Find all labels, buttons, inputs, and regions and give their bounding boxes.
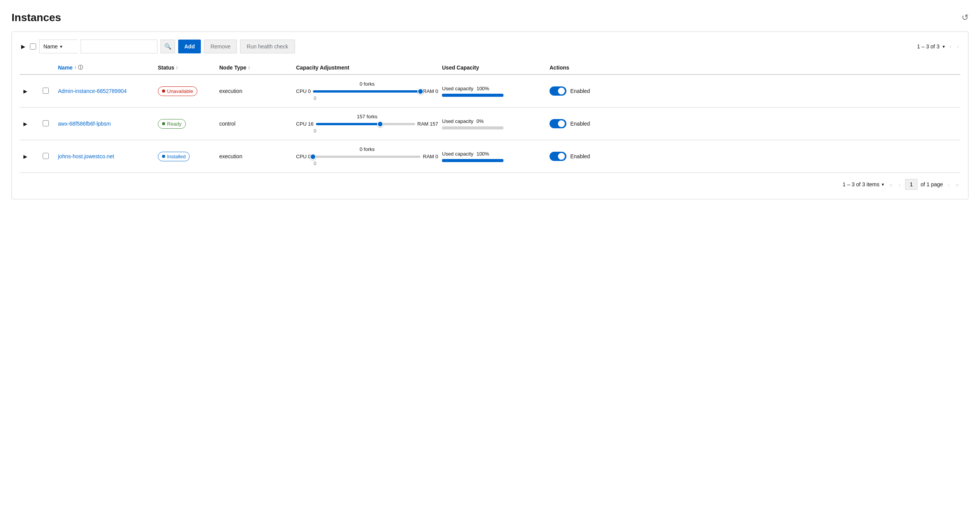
filter-chevron-down-icon: ▼ bbox=[59, 45, 63, 49]
used-cap-pct-0: 100% bbox=[477, 86, 489, 91]
remove-button[interactable]: Remove bbox=[204, 40, 237, 53]
used-cap-label-2: Used capacity bbox=[442, 151, 473, 157]
row-checkbox-1[interactable] bbox=[43, 120, 49, 126]
col-name-help-icon[interactable]: ⓘ bbox=[78, 64, 83, 71]
capacity-col-2: 0 forks CPU 0 RAM 0 0 bbox=[296, 146, 442, 166]
node-type-1: control bbox=[219, 121, 235, 127]
slider-fill-1 bbox=[316, 123, 381, 125]
used-cap-row-0: Used capacity 100% bbox=[442, 86, 550, 91]
toggle-1[interactable] bbox=[550, 119, 566, 128]
used-cap-label-1: Used capacity bbox=[442, 118, 473, 124]
actions-col-1: Enabled bbox=[550, 119, 596, 128]
status-badge-0: Unavailable bbox=[158, 86, 197, 96]
next-page-button[interactable]: › bbox=[955, 42, 960, 51]
row-expand-chevron-2[interactable]: ▶ bbox=[20, 154, 43, 159]
ram-label-2: RAM 0 bbox=[423, 154, 438, 159]
slider-value-row-2: 0 bbox=[296, 161, 438, 166]
used-cap-pct-1: 0% bbox=[477, 118, 484, 124]
toggle-2[interactable] bbox=[550, 152, 566, 161]
status-dot-1 bbox=[162, 122, 165, 125]
status-label-2: Installed bbox=[167, 154, 185, 159]
search-button[interactable]: 🔍 bbox=[161, 40, 175, 53]
row-expand-chevron-1[interactable]: ▶ bbox=[20, 121, 43, 127]
slider-track-1[interactable] bbox=[316, 123, 415, 125]
slider-value-row-0: 0 bbox=[296, 96, 438, 101]
capacity-col-1: 157 forks CPU 16 RAM 157 0 bbox=[296, 114, 442, 134]
slider-track-0[interactable] bbox=[313, 90, 420, 93]
slider-value-1: 0 bbox=[314, 128, 316, 134]
col-capacity-adj-label: Capacity Adjustment bbox=[296, 65, 349, 71]
col-status-label: Status bbox=[158, 65, 174, 71]
col-name-sort-icon[interactable]: ↑ bbox=[74, 65, 76, 70]
instance-name-2[interactable]: johns-host.jowestco.net bbox=[58, 153, 114, 159]
footer-page-label: of 1 page bbox=[920, 181, 943, 187]
history-icon[interactable]: ↺ bbox=[962, 13, 968, 23]
slider-thumb-2[interactable] bbox=[310, 154, 316, 160]
search-icon: 🔍 bbox=[164, 43, 172, 50]
col-node-type-label: Node Type bbox=[219, 65, 247, 71]
col-used-cap-label: Used Capacity bbox=[442, 65, 479, 71]
toggle-slider-0 bbox=[550, 86, 566, 96]
status-dot-2 bbox=[162, 155, 165, 158]
used-cap-col-2: Used capacity 100% bbox=[442, 151, 550, 162]
footer-next-page-button[interactable]: › bbox=[946, 181, 951, 189]
row-checkbox-0[interactable] bbox=[43, 88, 49, 94]
expand-all-chevron[interactable]: ▶ bbox=[20, 42, 27, 51]
used-cap-row-1: Used capacity 0% bbox=[442, 118, 550, 124]
footer-prev-page-button[interactable]: ‹ bbox=[897, 181, 902, 189]
cap-bar-track-0 bbox=[442, 94, 503, 97]
footer-first-page-button[interactable]: « bbox=[888, 181, 894, 189]
page-title: Instances bbox=[12, 12, 61, 24]
col-header-node-type[interactable]: Node Type ↕ bbox=[219, 64, 296, 71]
status-badge-2: Installed bbox=[158, 152, 190, 161]
ram-label-1: RAM 157 bbox=[417, 121, 438, 127]
cpu-label-2: CPU 0 bbox=[296, 154, 311, 159]
used-cap-pct-2: 100% bbox=[477, 151, 489, 157]
filter-select-label: Name bbox=[43, 43, 58, 50]
node-type-0: execution bbox=[219, 88, 242, 94]
forks-label-0: 0 forks bbox=[296, 81, 438, 87]
table-row: ▶ Admin-instance-6852789904 Unavailable … bbox=[20, 75, 960, 108]
add-button[interactable]: Add bbox=[178, 40, 201, 53]
forks-label-1: 157 forks bbox=[296, 114, 438, 119]
toolbar: ▶ Name ▼ 🔍 Add Remove Run health check 1… bbox=[20, 40, 960, 53]
enabled-label-1: Enabled bbox=[570, 121, 590, 127]
footer-items-dropdown-icon[interactable]: ▼ bbox=[881, 182, 885, 187]
table-header: Name ↑ ⓘ Status ↕ Node Type ↕ Capacity A… bbox=[20, 61, 960, 75]
footer-page-input[interactable] bbox=[905, 179, 917, 190]
enabled-label-0: Enabled bbox=[570, 88, 590, 94]
col-header-status[interactable]: Status ↕ bbox=[158, 64, 219, 71]
cpu-label-1: CPU 16 bbox=[296, 121, 314, 127]
slider-thumb-1[interactable] bbox=[377, 121, 383, 127]
col-name-label: Name bbox=[58, 65, 73, 71]
prev-page-button[interactable]: ‹ bbox=[948, 42, 953, 51]
toggle-0[interactable] bbox=[550, 86, 566, 96]
select-all-checkbox[interactable] bbox=[30, 43, 36, 50]
table-body: ▶ Admin-instance-6852789904 Unavailable … bbox=[20, 75, 960, 173]
forks-label-2: 0 forks bbox=[296, 146, 438, 152]
run-health-check-button[interactable]: Run health check bbox=[240, 40, 295, 53]
instance-name-0[interactable]: Admin-instance-6852789904 bbox=[58, 88, 127, 94]
col-actions-label: Actions bbox=[550, 65, 569, 71]
status-dot-0 bbox=[162, 89, 165, 93]
slider-thumb-0[interactable] bbox=[417, 88, 424, 94]
search-input[interactable] bbox=[81, 40, 157, 53]
instance-name-1[interactable]: awx-68f586fb6f-lpbsm bbox=[58, 121, 111, 127]
col-status-sort-icon[interactable]: ↕ bbox=[176, 65, 178, 70]
capacity-col-0: 0 forks CPU 0 RAM 0 0 bbox=[296, 81, 442, 101]
filter-select[interactable]: Name ▼ bbox=[39, 40, 78, 53]
col-node-type-sort-icon[interactable]: ↕ bbox=[248, 65, 250, 70]
cpu-label-0: CPU 0 bbox=[296, 88, 311, 94]
slider-track-2[interactable] bbox=[313, 156, 420, 158]
node-type-2: execution bbox=[219, 153, 242, 159]
row-expand-chevron-0[interactable]: ▶ bbox=[20, 88, 43, 94]
footer-last-page-button[interactable]: » bbox=[954, 181, 960, 189]
toggle-slider-1 bbox=[550, 119, 566, 128]
status-label-0: Unavailable bbox=[167, 88, 193, 94]
footer-count: 1 – 3 of 3 items ▼ bbox=[843, 181, 885, 187]
pagination-dropdown-icon[interactable]: ▼ bbox=[942, 45, 945, 49]
col-header-name[interactable]: Name ↑ ⓘ bbox=[58, 64, 158, 71]
slider-row-1: CPU 16 RAM 157 bbox=[296, 121, 438, 127]
cap-bar-track-1 bbox=[442, 126, 503, 129]
row-checkbox-2[interactable] bbox=[43, 153, 49, 159]
